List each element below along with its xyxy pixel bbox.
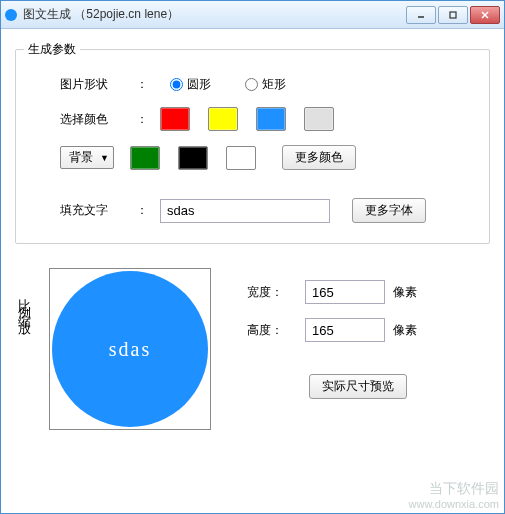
color-white[interactable] <box>226 146 256 170</box>
color-red[interactable] <box>160 107 190 131</box>
params-group: 生成参数 图片形状 ： 圆形 矩形 选择颜色 ： <box>15 49 490 244</box>
colon: ： <box>136 202 148 219</box>
bg-select-value: 背景 <box>69 149 93 166</box>
color-lightgray[interactable] <box>304 107 334 131</box>
width-input[interactable] <box>305 280 385 304</box>
svg-rect-1 <box>450 12 456 18</box>
preview-text: sdas <box>109 338 151 361</box>
close-button[interactable] <box>470 6 500 24</box>
colon: ： <box>136 76 148 93</box>
width-label: 宽度： <box>247 284 297 301</box>
height-label: 高度： <box>247 322 297 339</box>
maximize-button[interactable] <box>438 6 468 24</box>
color-black[interactable] <box>178 146 208 170</box>
group-title: 生成参数 <box>24 41 80 58</box>
radio-rect[interactable]: 矩形 <box>235 76 286 93</box>
shape-row: 图片形状 ： 圆形 矩形 <box>60 76 475 93</box>
text-label: 填充文字 <box>60 202 130 219</box>
shape-label: 图片形状 <box>60 76 130 93</box>
window-title: 图文生成 （52pojie.cn lene） <box>23 6 406 23</box>
height-row: 高度： 像素 <box>247 318 417 342</box>
more-colors-button[interactable]: 更多颜色 <box>282 145 356 170</box>
color-label: 选择颜色 <box>60 111 130 128</box>
preview-circle: sdas <box>52 271 208 427</box>
scale-label: 比例缩放 <box>15 288 33 320</box>
more-fonts-button[interactable]: 更多字体 <box>352 198 426 223</box>
preview-box: sdas <box>49 268 211 430</box>
width-row: 宽度： 像素 <box>247 280 417 304</box>
minimize-button[interactable] <box>406 6 436 24</box>
height-unit: 像素 <box>393 322 417 339</box>
color-yellow[interactable] <box>208 107 238 131</box>
radio-rect-label: 矩形 <box>262 76 286 93</box>
text-row: 填充文字 ： 更多字体 <box>60 198 475 223</box>
fill-text-input[interactable] <box>160 199 330 223</box>
titlebar: 图文生成 （52pojie.cn lene） <box>1 1 504 29</box>
chevron-down-icon: ▼ <box>100 153 109 163</box>
actual-size-button[interactable]: 实际尺寸预览 <box>309 374 407 399</box>
width-unit: 像素 <box>393 284 417 301</box>
bg-row: 背景 ▼ 更多颜色 <box>60 145 475 170</box>
colon: ： <box>136 111 148 128</box>
radio-circle-label: 圆形 <box>187 76 211 93</box>
bg-select[interactable]: 背景 ▼ <box>60 146 114 169</box>
color-row: 选择颜色 ： <box>60 107 475 131</box>
color-green[interactable] <box>130 146 160 170</box>
height-input[interactable] <box>305 318 385 342</box>
app-icon <box>5 9 17 21</box>
color-blue[interactable] <box>256 107 286 131</box>
radio-circle[interactable]: 圆形 <box>160 76 211 93</box>
